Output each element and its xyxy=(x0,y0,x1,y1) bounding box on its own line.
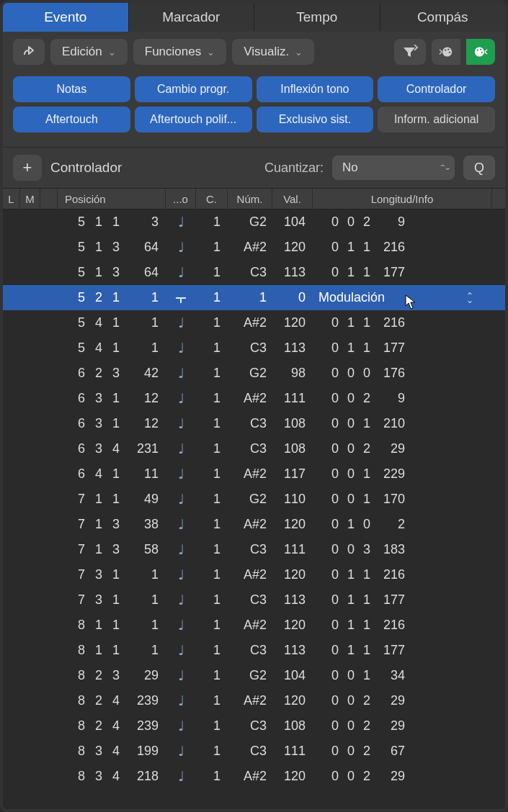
table-row[interactable]: 824239♩1A#212000229 xyxy=(3,688,505,713)
position-value[interactable]: 5411 xyxy=(65,315,160,330)
channel-value[interactable]: 1 xyxy=(213,441,220,456)
tab-evento[interactable]: Evento xyxy=(3,3,129,32)
length-value[interactable]: 001170 xyxy=(313,492,492,507)
table-row[interactable]: 834218♩1A#212000229 xyxy=(3,764,505,789)
val-value[interactable]: 111 xyxy=(284,542,306,557)
table-row[interactable]: 5411♩1A#2120011216 xyxy=(3,310,505,335)
info-value[interactable]: Modulación⌃⌄ xyxy=(313,290,492,305)
position-value[interactable]: 634231 xyxy=(65,441,160,456)
position-value[interactable]: 63112 xyxy=(65,391,160,406)
position-value[interactable]: 8111 xyxy=(65,643,160,658)
num-value[interactable]: A#2 xyxy=(244,517,267,532)
num-value[interactable]: G2 xyxy=(249,215,267,230)
tab-tempo[interactable]: Tempo xyxy=(254,3,380,32)
edicion-menu[interactable]: Edición ⌄ xyxy=(50,39,128,65)
channel-value[interactable]: 1 xyxy=(213,618,220,633)
length-value[interactable]: 00229 xyxy=(313,693,492,708)
num-value[interactable]: 1 xyxy=(259,290,267,305)
num-value[interactable]: A#2 xyxy=(244,240,267,255)
position-value[interactable]: 7311 xyxy=(65,592,160,608)
quantize-button[interactable]: Q xyxy=(463,155,495,180)
header-c[interactable]: C. xyxy=(196,189,228,209)
val-value[interactable]: 120 xyxy=(284,240,306,255)
val-value[interactable]: 113 xyxy=(284,340,306,356)
table-row[interactable]: 51364♩1C3113011177 xyxy=(3,260,505,285)
funciones-menu[interactable]: Funciones ⌄ xyxy=(133,39,226,65)
length-value[interactable]: 011177 xyxy=(313,340,492,356)
table-row[interactable]: 5113♩1G21040029 xyxy=(3,209,505,235)
filter-controlador[interactable]: Controlador xyxy=(378,76,495,102)
visualiz-menu[interactable]: Visualiz. ⌄ xyxy=(232,39,314,65)
filter-notas[interactable]: Notas xyxy=(13,76,130,102)
num-value[interactable]: A#2 xyxy=(244,567,267,582)
palette-in-button[interactable] xyxy=(432,39,460,65)
header-num[interactable]: Núm. xyxy=(228,189,272,209)
position-value[interactable]: 62342 xyxy=(65,366,160,381)
length-value[interactable]: 00134 xyxy=(313,668,492,683)
position-value[interactable]: 5113 xyxy=(65,215,160,230)
position-value[interactable]: 82329 xyxy=(65,668,160,683)
num-value[interactable]: C3 xyxy=(250,542,267,557)
palette-out-button[interactable] xyxy=(466,39,495,65)
num-value[interactable]: C3 xyxy=(250,718,267,734)
num-value[interactable]: C3 xyxy=(250,643,267,658)
length-value[interactable]: 00229 xyxy=(313,769,492,784)
header-longitud[interactable]: Longitud/Info xyxy=(313,189,492,209)
val-value[interactable]: 98 xyxy=(291,366,306,381)
num-value[interactable]: G2 xyxy=(249,492,267,507)
num-value[interactable]: C3 xyxy=(250,592,267,608)
num-value[interactable]: A#2 xyxy=(244,315,267,330)
val-value[interactable]: 108 xyxy=(284,718,306,734)
val-value[interactable]: 0 xyxy=(298,290,306,305)
table-row[interactable]: 63112♩1A#21110029 xyxy=(3,386,505,411)
length-value[interactable]: 011216 xyxy=(313,618,492,633)
val-value[interactable]: 111 xyxy=(284,391,306,406)
table-row[interactable]: 5411♩1C3113011177 xyxy=(3,335,505,361)
header-M[interactable]: M xyxy=(20,189,40,209)
val-value[interactable]: 113 xyxy=(284,592,306,608)
position-value[interactable]: 71338 xyxy=(65,517,160,532)
val-value[interactable]: 110 xyxy=(284,492,306,507)
val-value[interactable]: 104 xyxy=(284,668,306,683)
position-value[interactable]: 824239 xyxy=(65,693,160,708)
val-value[interactable]: 108 xyxy=(284,441,306,456)
length-value[interactable]: 00267 xyxy=(313,744,492,759)
up-arrow-button[interactable] xyxy=(13,39,45,65)
num-value[interactable]: C3 xyxy=(250,265,267,280)
length-value[interactable]: 011177 xyxy=(313,643,492,658)
channel-value[interactable]: 1 xyxy=(213,290,220,305)
length-value[interactable]: 011216 xyxy=(313,567,492,582)
position-value[interactable]: 834199 xyxy=(65,744,160,759)
val-value[interactable]: 113 xyxy=(284,265,306,280)
length-value[interactable]: 00229 xyxy=(313,718,492,734)
val-value[interactable]: 120 xyxy=(284,693,306,708)
val-value[interactable]: 120 xyxy=(284,567,306,582)
channel-value[interactable]: 1 xyxy=(213,391,220,406)
tab-compas[interactable]: Compás xyxy=(380,3,506,32)
table-row[interactable]: 834199♩1C311100267 xyxy=(3,739,505,764)
cuantizar-select[interactable]: No xyxy=(332,155,455,180)
position-value[interactable]: 51364 xyxy=(65,265,160,280)
num-value[interactable]: A#2 xyxy=(244,466,267,482)
num-value[interactable]: G2 xyxy=(249,366,267,381)
channel-value[interactable]: 1 xyxy=(213,693,220,708)
table-row[interactable]: 63112♩1C3108001210 xyxy=(3,411,505,436)
length-value[interactable]: 000176 xyxy=(313,366,492,381)
channel-value[interactable]: 1 xyxy=(213,366,220,381)
position-value[interactable]: 834218 xyxy=(65,769,160,784)
length-value[interactable]: 003183 xyxy=(313,542,492,557)
length-value[interactable]: 001229 xyxy=(313,466,492,482)
val-value[interactable]: 108 xyxy=(284,416,306,431)
table-row[interactable]: 71358♩1C3111003183 xyxy=(3,537,505,562)
channel-value[interactable]: 1 xyxy=(213,643,220,658)
table-row[interactable]: 8111♩1C3113011177 xyxy=(3,638,505,663)
table-row[interactable]: 71338♩1A#21200102 xyxy=(3,512,505,537)
filter-aftertouch-polif[interactable]: Aftertouch polif... xyxy=(135,107,252,132)
channel-value[interactable]: 1 xyxy=(213,769,220,784)
channel-value[interactable]: 1 xyxy=(213,315,220,330)
channel-value[interactable]: 1 xyxy=(213,240,220,255)
channel-value[interactable]: 1 xyxy=(213,592,220,608)
filter-inflexion-tono[interactable]: Inflexión tono xyxy=(257,76,374,102)
channel-value[interactable]: 1 xyxy=(213,744,220,759)
channel-value[interactable]: 1 xyxy=(213,567,220,582)
